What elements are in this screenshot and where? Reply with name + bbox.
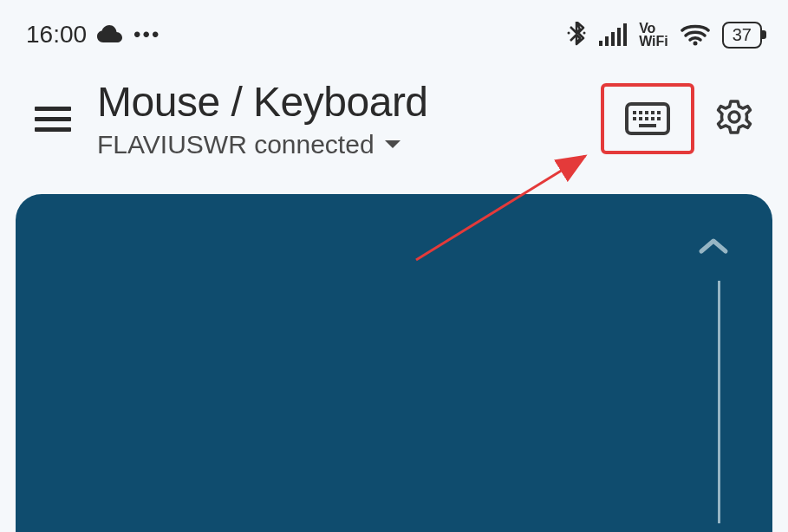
svg-rect-16: [645, 117, 648, 120]
cloud-icon: [97, 25, 123, 44]
gear-icon: [715, 98, 753, 136]
svg-rect-9: [633, 111, 636, 114]
status-left: 16:00 •••: [26, 21, 160, 49]
header-text: Mouse / Keyboard FLAVIUSWR connected: [97, 78, 575, 159]
status-time: 16:00: [26, 21, 87, 49]
bluetooth-icon: [566, 22, 587, 48]
touchpad-area[interactable]: [16, 194, 772, 532]
connection-status: FLAVIUSWR connected: [97, 130, 374, 159]
svg-rect-19: [639, 124, 656, 127]
svg-point-0: [568, 32, 570, 35]
svg-rect-12: [651, 111, 654, 114]
svg-rect-4: [611, 32, 615, 46]
svg-rect-14: [633, 117, 636, 120]
battery-indicator: 37: [722, 22, 762, 49]
keyboard-icon: [625, 102, 670, 135]
dropdown-icon: [383, 139, 402, 151]
wifi-icon: [681, 23, 710, 46]
svg-rect-17: [651, 117, 654, 120]
svg-rect-3: [605, 36, 609, 46]
svg-rect-5: [617, 28, 621, 46]
svg-rect-13: [657, 111, 661, 114]
page-title: Mouse / Keyboard: [97, 78, 575, 126]
connection-dropdown[interactable]: FLAVIUSWR connected: [97, 130, 575, 159]
svg-rect-6: [623, 23, 627, 46]
keyboard-button[interactable]: [601, 83, 694, 154]
svg-rect-11: [645, 111, 648, 114]
svg-point-7: [693, 42, 697, 46]
chevron-up-icon: [698, 237, 729, 256]
svg-point-1: [583, 32, 586, 35]
app-header: Mouse / Keyboard FLAVIUSWR connected: [0, 52, 788, 194]
menu-button[interactable]: [35, 107, 71, 132]
scroll-indicator[interactable]: [718, 281, 720, 523]
expand-button[interactable]: [698, 237, 729, 260]
svg-rect-18: [657, 117, 661, 120]
status-bar: 16:00 ••• Vo WiFi 37: [0, 0, 788, 52]
svg-rect-10: [639, 111, 642, 114]
header-actions: [601, 83, 753, 154]
signal-icon: [599, 23, 627, 46]
more-icon: •••: [134, 23, 160, 47]
vowifi-indicator: Vo WiFi: [639, 22, 668, 48]
svg-point-20: [729, 112, 739, 122]
settings-button[interactable]: [715, 98, 753, 139]
status-right: Vo WiFi 37: [566, 22, 762, 49]
svg-rect-15: [639, 117, 642, 120]
svg-rect-2: [599, 41, 602, 46]
